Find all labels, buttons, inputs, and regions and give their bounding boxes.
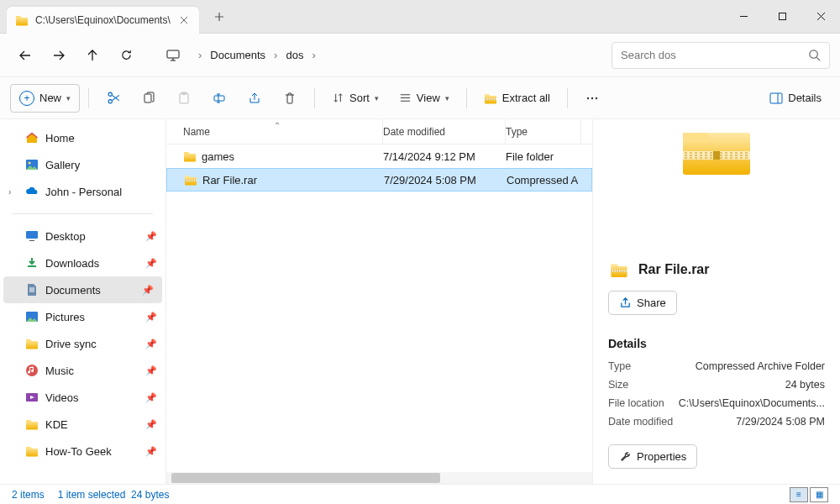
sidebar-item-onedrive[interactable]: › John - Personal <box>0 178 165 205</box>
maximize-button[interactable] <box>763 0 801 34</box>
pin-icon: 📌 <box>145 392 157 403</box>
pin-icon: 📌 <box>145 258 157 269</box>
close-window-button[interactable] <box>801 0 840 34</box>
up-button[interactable] <box>77 40 108 71</box>
sidebar-item-music[interactable]: Music📌 <box>0 357 165 384</box>
refresh-button[interactable] <box>111 40 141 71</box>
sidebar-item-videos[interactable]: Videos📌 <box>0 384 165 411</box>
pin-icon: 📌 <box>145 446 157 457</box>
search-icon <box>808 49 821 61</box>
pin-icon: 📌 <box>145 231 157 242</box>
more-button[interactable] <box>576 84 608 113</box>
new-label: New <box>39 92 61 104</box>
separator <box>314 88 315 108</box>
breadcrumb-dos[interactable]: dos <box>279 45 310 65</box>
detail-modified: Date modified7/29/2024 5:08 PM <box>608 416 825 428</box>
main-content: Home Gallery › John - Personal Desktop📌 … <box>0 119 840 484</box>
chevron-right-icon: › <box>198 49 202 61</box>
details-file-title: Rar File.rar <box>608 260 825 279</box>
tab-close-button[interactable] <box>177 13 191 27</box>
sidebar-item-home[interactable]: Home <box>0 124 165 151</box>
pin-icon: 📌 <box>145 339 157 349</box>
trash-icon <box>283 92 297 105</box>
breadcrumb-documents[interactable]: Documents <box>203 45 272 65</box>
file-row[interactable]: games 7/14/2024 9:12 PM File folder <box>166 144 592 168</box>
details-pane-button[interactable]: Details <box>761 84 830 113</box>
plus-circle-icon: + <box>19 91 34 106</box>
details-view-toggle[interactable]: ≡ <box>790 487 808 502</box>
view-button[interactable]: View ▾ <box>391 84 458 113</box>
separator <box>466 88 467 108</box>
separator <box>13 213 153 214</box>
folder-icon <box>25 444 39 458</box>
copy-button[interactable] <box>133 84 165 113</box>
paste-button[interactable] <box>168 84 200 113</box>
breadcrumb: › Documents › dos › <box>198 45 608 65</box>
sidebar-item-downloads[interactable]: Downloads📌 <box>0 249 165 276</box>
share-button[interactable] <box>239 84 270 113</box>
view-icon <box>399 92 412 104</box>
column-header-type[interactable]: Type <box>506 119 581 144</box>
statusbar: 2 items 1 item selected 24 bytes ≡ ▦ <box>0 484 840 504</box>
monitor-icon <box>166 50 180 61</box>
cut-button[interactable] <box>97 84 129 113</box>
horizontal-scrollbar[interactable] <box>166 472 592 484</box>
scrollbar-thumb[interactable] <box>171 473 440 483</box>
minimize-icon <box>739 12 748 21</box>
share-button[interactable]: Share <box>608 291 677 315</box>
arrow-right-icon <box>52 49 66 62</box>
document-icon <box>25 283 39 297</box>
detail-size: Size24 bytes <box>608 379 825 391</box>
arrow-left-icon <box>18 49 32 62</box>
paste-icon <box>177 92 191 105</box>
detail-type: TypeCompressed Archive Folder <box>608 360 825 372</box>
rename-button[interactable] <box>203 84 235 113</box>
sidebar-item-drivesync[interactable]: Drive sync📌 <box>0 330 165 357</box>
plus-icon <box>214 12 224 22</box>
sidebar-item-gallery[interactable]: Gallery <box>0 151 165 178</box>
separator <box>88 88 89 108</box>
back-button[interactable] <box>10 40 40 71</box>
file-preview-icon <box>681 128 752 176</box>
maximize-icon <box>778 12 787 21</box>
chevron-down-icon: ▾ <box>66 94 71 102</box>
minimize-button[interactable] <box>724 0 763 34</box>
sidebar-item-desktop[interactable]: Desktop📌 <box>0 223 165 249</box>
share-icon <box>248 92 261 105</box>
share-icon <box>619 297 632 309</box>
details-pane-icon <box>769 92 783 105</box>
thumbnails-view-toggle[interactable]: ▦ <box>810 487 828 502</box>
new-tab-button[interactable] <box>207 5 231 29</box>
column-header-date[interactable]: Date modified <box>383 119 506 144</box>
new-button[interactable]: + New ▾ <box>10 84 80 113</box>
sidebar-item-pictures[interactable]: Pictures📌 <box>0 303 165 330</box>
svg-point-10 <box>587 97 589 98</box>
window-tab[interactable]: C:\Users\Equinox\Documents\ <box>7 7 199 34</box>
pin-icon: 📌 <box>145 419 157 430</box>
arrow-up-icon <box>86 49 99 62</box>
search-input[interactable] <box>621 49 801 61</box>
sidebar-item-documents[interactable]: Documents📌 <box>3 276 162 303</box>
svg-point-15 <box>29 162 31 165</box>
cloud-icon <box>25 185 39 198</box>
detail-location: File locationC:\Users\Equinox\Documents.… <box>608 397 825 409</box>
extract-icon <box>484 92 497 105</box>
extract-all-button[interactable]: Extract all <box>475 84 559 113</box>
sidebar-item-kde[interactable]: KDE📌 <box>0 411 165 438</box>
delete-button[interactable] <box>274 84 306 113</box>
sort-icon <box>332 92 344 104</box>
separator <box>567 88 568 108</box>
file-list[interactable]: ⌃ Name Date modified Type games 7/14/202… <box>166 119 592 484</box>
sort-label: Sort <box>349 92 370 104</box>
svg-point-11 <box>591 97 593 98</box>
sidebar-item-htg[interactable]: How-To Geek📌 <box>0 438 165 465</box>
pictures-icon <box>25 310 39 323</box>
search-box[interactable] <box>612 42 830 69</box>
location-root-button[interactable] <box>158 40 188 71</box>
forward-button[interactable] <box>44 40 74 71</box>
properties-button[interactable]: Properties <box>608 444 697 469</box>
sort-button[interactable]: Sort ▾ <box>323 84 387 113</box>
tab-title: C:\Users\Equinox\Documents\ <box>35 14 171 26</box>
file-row[interactable]: Rar File.rar 7/29/2024 5:08 PM Compresse… <box>166 168 592 192</box>
sort-indicator-icon: ⌃ <box>274 121 281 130</box>
